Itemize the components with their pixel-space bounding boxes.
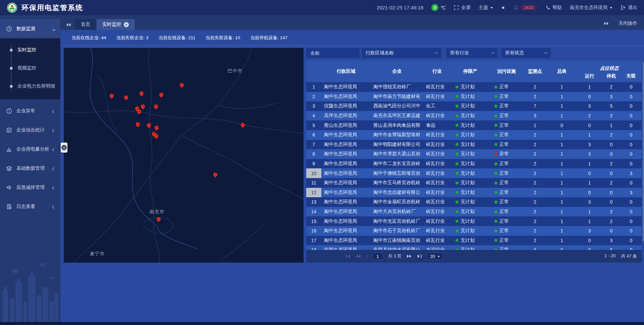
cell-facility-status: 正常 (490, 188, 523, 198)
help-button[interactable]: 帮助 (545, 5, 562, 11)
sidebar-item[interactable]: 日志查看 (0, 197, 60, 216)
cell-company: 阆中大兴页岩机砖厂 (371, 207, 423, 217)
cell-monitor-points: 2 (523, 159, 547, 169)
table-row[interactable]: 1阆中生态环境局阆中强锐页岩砖厂砖瓦行业无计划正常21120 (306, 82, 642, 92)
cell-total-meter: 1 (547, 101, 577, 111)
table-row[interactable]: 16阆中生态环境局阆中市石子页岩机砖厂砖瓦行业无计划正常21300 (306, 226, 642, 236)
cell-total-meter: 1 (547, 207, 577, 217)
table-row[interactable]: 15阆中生态环境局阆中市光富页岩机砖厂砖瓦行业无计划正常21120 (306, 216, 642, 226)
pagination-separator: | (366, 254, 367, 259)
cell-facility-status: 正常 (490, 130, 523, 140)
logout-button[interactable]: 退出 (621, 5, 637, 11)
sidebar-subitem[interactable]: 视频监控 (0, 59, 60, 77)
tabs-scroll-right-button[interactable] (604, 21, 609, 25)
table-row[interactable]: 4高坪生态环境局南充市高坪区王家店建砖瓦行业无计划正常31220 (306, 111, 642, 121)
table-row[interactable]: 17阆中生态环境局阆中市江南镇阆南页岩砖瓦行业无计划正常21030 (306, 236, 642, 246)
row-index: 18 (306, 245, 321, 250)
table-row[interactable]: 10阆中生态环境局阆中千佛镇五郎垭页岩砖瓦行业无计划正常21003 (306, 168, 642, 178)
sidebar-item[interactable]: 企业综合统计 (0, 120, 60, 140)
industry-filter-select[interactable]: 所有行业 (446, 48, 498, 58)
close-operations-button[interactable]: 关闭操作 (619, 20, 637, 26)
fullscreen-button[interactable]: 全屏 (454, 5, 471, 11)
sidebar-item[interactable]: 企业用电量分析 (0, 140, 60, 159)
sidebar-subitem-label: 企业电力负荷明细 (17, 83, 55, 89)
cell-facility-status: 正常 (490, 101, 523, 111)
body-row: 巴中市南充市遂宁市 行政区域名称 (60, 46, 644, 263)
cell-offline: 0 (621, 178, 642, 188)
cell-monitor-points: 2 (523, 236, 547, 246)
col-status-group: 点位状态 (577, 61, 642, 72)
sidebar-item[interactable]: 数据监测 (0, 19, 60, 38)
tab-close-icon[interactable]: ✕ (124, 22, 129, 27)
theme-dropdown[interactable]: 主题 (479, 5, 493, 11)
cell-industry: 砖瓦行业 (423, 188, 451, 198)
table-row[interactable]: 9阆中生态环境局阆中市二龙长宝页岩砖砖瓦行业无计划正常21120 (306, 159, 642, 169)
cell-monitor-points: 2 (523, 140, 547, 150)
page-number-input[interactable]: 1 (372, 253, 383, 260)
chevron-down-icon (491, 51, 494, 54)
table-row[interactable]: 3仪陇生态环境局西南油气田分公司川中化工无计划正常71350 (306, 101, 642, 111)
sidebar-submenu: 实时监控视频监控企业电力负荷明细 (0, 38, 60, 99)
name-filter-input[interactable] (306, 48, 360, 58)
stat-item: 当前在线企业: 44 (71, 35, 106, 41)
cell-running: 0 (577, 92, 602, 102)
table-scrollbar[interactable] (643, 62, 644, 241)
cell-stopped: 0 (602, 226, 621, 236)
cell-stopped: 3 (602, 236, 621, 246)
table-row[interactable]: 6阆中生态环境局阆中市金博瑞新型墙材砖瓦行业无计划正常21120 (306, 130, 642, 140)
org-dropdown[interactable]: 南充市生态环境局 (570, 5, 612, 11)
prev-page-button[interactable] (356, 254, 361, 258)
clock-icon (6, 26, 13, 32)
sidebar-item[interactable]: 基础数据管理 (0, 159, 60, 178)
map-roads (64, 48, 304, 263)
cell-total-meter: 1 (547, 149, 577, 159)
notifications-button[interactable]: 2632 (514, 5, 537, 10)
sidebar-item-label: 企业综合统计 (16, 127, 53, 133)
cell-total-meter: 1 (547, 82, 577, 92)
sidebar-subitem[interactable]: 企业电力负荷明细 (0, 77, 60, 95)
next-page-button[interactable] (407, 254, 412, 258)
cell-region: 阆中生态环境局 (321, 168, 371, 178)
cell-running: 0 (577, 236, 602, 246)
cell-company: 西南油气田分公司川中 (371, 101, 423, 111)
bell-icon (514, 5, 519, 10)
cell-region: 阆中生态环境局 (321, 207, 371, 217)
sidebar-subitem[interactable]: 实时监控 (0, 41, 60, 59)
tab-realtime-monitor[interactable]: 实时监控 ✕ (97, 19, 135, 30)
cell-industry: 砖瓦行业 (423, 140, 451, 150)
table-row[interactable]: 12阆中生态环境局阆中市忠信建材有限公砖瓦行业无计划正常21003 (306, 188, 642, 198)
cell-region: 阆中生态环境局 (321, 159, 371, 169)
cell-running: 1 (577, 207, 602, 217)
sidebar-item[interactable]: 企业异常 (0, 101, 60, 120)
map-panel[interactable]: 巴中市南充市遂宁市 (64, 48, 304, 263)
map-collapse-handle[interactable] (61, 143, 67, 153)
table-row[interactable]: 13阆中生态环境局阆中市金福旺页岩机砖砖瓦行业无计划正常21300 (306, 197, 642, 207)
tab-home[interactable]: 首页 (75, 19, 96, 30)
table-row[interactable]: 11阆中生态环境局阆中市五马桥页岩机砖砖瓦行业无计划正常21120 (306, 178, 642, 188)
table-row[interactable]: 2阆中生态环境局阆中市南方节能建材有砖瓦行业无计划正常21030 (306, 92, 642, 102)
col-points: 监测点 (523, 61, 547, 82)
table-row[interactable]: 8阆中生态环境局阆中市枣碧大梁山页岩砖瓦行业无计划异常21300 (306, 149, 642, 159)
page-size-select[interactable]: 20 (427, 253, 443, 260)
table-row[interactable]: 14阆中生态环境局阆中大兴页岩机砖厂砖瓦行业无计划正常21120 (306, 207, 642, 217)
sidebar-item[interactable]: 应急减排管理 (0, 178, 60, 197)
bottom-strip (0, 322, 644, 325)
cell-offline: 0 (621, 82, 642, 92)
last-page-button[interactable] (417, 254, 422, 258)
row-index: 8 (306, 149, 321, 159)
first-page-button[interactable] (345, 254, 351, 258)
map-city-label: 南充市 (150, 209, 165, 215)
next-page-icon (407, 254, 412, 258)
mute-button[interactable] (501, 5, 506, 10)
sidebar: 数据监测实时监控视频监控企业电力负荷明细企业异常企业综合统计企业用电量分析基础数… (0, 15, 60, 322)
cell-facility-status: 正常 (490, 92, 523, 102)
status-filter-select[interactable]: 所有状态 (501, 48, 551, 58)
table-row[interactable]: 5营山生态环境局营山县润丰肉食品有限食品无计划正常10010 (306, 120, 642, 130)
cell-running: 1 (577, 82, 602, 92)
cell-facility-status: 正常 (490, 120, 523, 130)
table-row[interactable]: 18南部生态环境局南部县砂华水泥有限公水泥行业无计划正常60060 (306, 245, 642, 250)
double-chevron-right-icon (604, 21, 609, 25)
table-row[interactable]: 7阆中生态环境局阆中明阳建材有限公司砖瓦行业无计划正常21300 (306, 140, 642, 150)
region-filter-select[interactable]: 行政区域名称 (362, 48, 441, 58)
tabs-scroll-left-button[interactable] (66, 23, 71, 27)
